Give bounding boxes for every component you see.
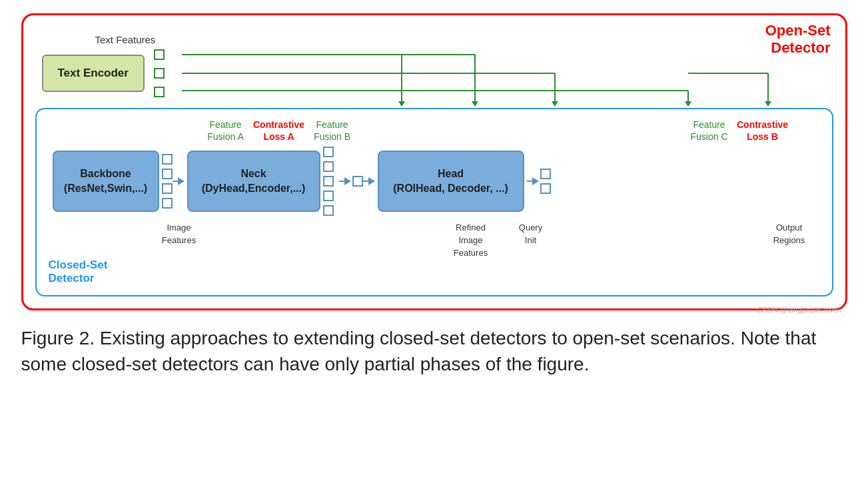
bottom-labels-row: Image Features Refined Image Features Qu… (46, 216, 823, 286)
backbone-neck-connector (162, 154, 185, 209)
sq-n4 (323, 191, 334, 201)
head-box: Head (ROIHead, Decoder, ...) (378, 151, 524, 213)
text-feature-sq-3 (154, 87, 165, 97)
sq-b3 (162, 183, 173, 194)
sq-b2 (162, 169, 173, 179)
labels-row: Feature Fusion A Contrastive Loss A Feat… (46, 119, 823, 143)
text-feature-sq-2 (154, 68, 165, 79)
sq-o2 (540, 183, 551, 194)
components-row: Backbone (ResNet,Swin,...) (46, 147, 823, 216)
figure-caption: Figure 2. Existing approaches to extendi… (21, 325, 821, 377)
sq-q1 (352, 176, 363, 187)
diagram-area: Open-Set Detector Text Features Text Enc… (21, 13, 847, 377)
feature-fusion-c-label: Feature Fusion C (683, 119, 736, 143)
sq-n5 (323, 205, 334, 216)
refined-image-features-label: Refined Image Features (454, 223, 488, 258)
output-regions-label: Output Regions (773, 223, 805, 245)
inner-box: Feature Fusion A Contrastive Loss A Feat… (35, 108, 833, 296)
svg-marker-11 (472, 101, 478, 107)
sq-n3 (323, 176, 334, 187)
outer-box: Open-Set Detector Text Features Text Enc… (21, 13, 847, 310)
feature-fusion-b-label: Feature Fusion B (306, 119, 359, 143)
svg-marker-14 (765, 101, 771, 107)
query-connector (339, 176, 375, 187)
sq-n2 (323, 161, 334, 172)
feature-fusion-a-label: Feature Fusion A (199, 119, 252, 143)
contrastive-loss-b-label: Contrastive Loss B (736, 119, 789, 143)
top-section: Text Features Text Encoder (35, 27, 833, 97)
neck-out-connector (323, 147, 334, 216)
text-lines-svg (182, 49, 821, 103)
text-encoder-box: Text Encoder (42, 55, 145, 92)
sq-b4 (162, 198, 173, 209)
text-encoder-outputs (154, 49, 165, 97)
sq-o1 (540, 169, 551, 179)
sq-n1 (323, 147, 334, 157)
closed-set-detector-label: Closed-Set Detector (49, 258, 108, 286)
image-features-label: Image Features (162, 223, 196, 245)
backbone-box: Backbone (ResNet,Swin,...) (53, 151, 159, 213)
svg-marker-8 (685, 101, 691, 107)
svg-marker-5 (552, 101, 558, 107)
svg-marker-2 (398, 101, 405, 107)
contrastive-loss-a-label: Contrastive Loss A (252, 119, 306, 143)
text-feature-sq-1 (154, 49, 165, 60)
query-init-label: Query Init (519, 223, 542, 245)
sq-b1 (162, 154, 173, 165)
text-features-label: Text Features (95, 34, 827, 45)
neck-box: Neck (DyHead,Encoder,...) (187, 151, 320, 213)
watermark: CSDN @tangjunjun-owen (757, 306, 841, 314)
output-connector (527, 169, 551, 194)
